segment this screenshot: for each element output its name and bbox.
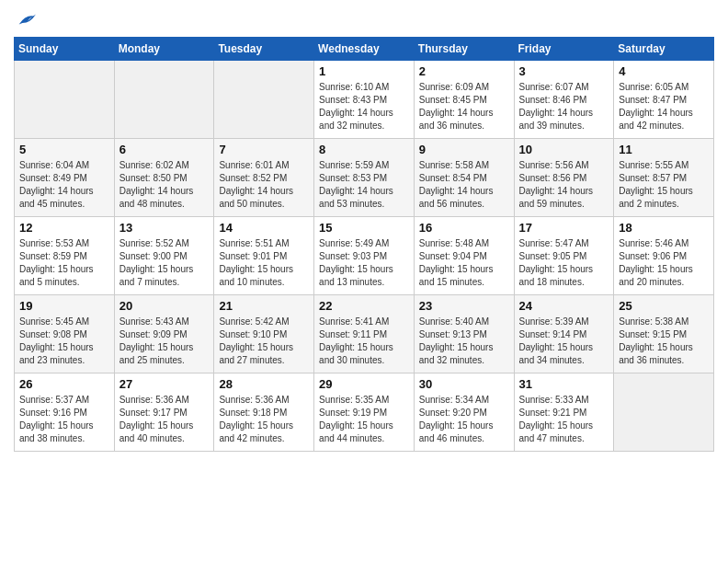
day-number: 31 <box>519 377 609 391</box>
day-detail: Sunrise: 5:58 AMSunset: 8:54 PMDaylight:… <box>419 159 509 211</box>
calendar-cell: 22Sunrise: 5:41 AMSunset: 9:11 PMDayligh… <box>314 295 415 373</box>
day-number: 10 <box>519 143 609 156</box>
weekday-header-row: SundayMondayTuesdayWednesdayThursdayFrid… <box>15 38 714 61</box>
day-number: 27 <box>119 377 210 391</box>
calendar-cell: 28Sunrise: 5:36 AMSunset: 9:18 PMDayligh… <box>214 373 314 452</box>
calendar-cell <box>114 61 214 139</box>
calendar-cell: 19Sunrise: 5:45 AMSunset: 9:08 PMDayligh… <box>15 295 115 373</box>
day-detail: Sunrise: 5:43 AMSunset: 9:09 PMDaylight:… <box>119 316 210 367</box>
day-number: 13 <box>119 221 210 235</box>
day-detail: Sunrise: 5:45 AMSunset: 9:08 PMDaylight:… <box>19 316 109 367</box>
day-detail: Sunrise: 6:04 AMSunset: 8:49 PMDaylight:… <box>19 159 109 211</box>
day-number: 24 <box>519 299 609 313</box>
calendar-cell: 3Sunrise: 6:07 AMSunset: 8:46 PMDaylight… <box>514 61 614 139</box>
day-number: 3 <box>519 64 609 78</box>
week-row-4: 19Sunrise: 5:45 AMSunset: 9:08 PMDayligh… <box>15 295 714 373</box>
calendar-cell <box>614 373 714 452</box>
day-detail: Sunrise: 5:56 AMSunset: 8:56 PMDaylight:… <box>519 159 609 211</box>
day-number: 1 <box>319 64 409 78</box>
header <box>14 9 714 29</box>
day-number: 30 <box>419 377 509 391</box>
calendar-cell: 25Sunrise: 5:38 AMSunset: 9:15 PMDayligh… <box>614 295 714 373</box>
day-number: 6 <box>119 143 210 156</box>
weekday-header-sunday: Sunday <box>15 38 115 61</box>
weekday-header-wednesday: Wednesday <box>314 38 415 61</box>
calendar-cell: 2Sunrise: 6:09 AMSunset: 8:45 PMDaylight… <box>414 61 514 139</box>
calendar-table: SundayMondayTuesdayWednesdayThursdayFrid… <box>14 37 714 452</box>
day-number: 20 <box>119 299 210 313</box>
weekday-header-friday: Friday <box>514 38 614 61</box>
day-number: 29 <box>319 377 409 391</box>
day-number: 19 <box>19 299 109 313</box>
day-detail: Sunrise: 5:49 AMSunset: 9:03 PMDaylight:… <box>319 237 409 289</box>
week-row-5: 26Sunrise: 5:37 AMSunset: 9:16 PMDayligh… <box>15 373 714 452</box>
day-detail: Sunrise: 5:37 AMSunset: 9:16 PMDaylight:… <box>19 394 109 445</box>
day-number: 23 <box>419 299 509 313</box>
calendar-cell: 24Sunrise: 5:39 AMSunset: 9:14 PMDayligh… <box>514 295 614 373</box>
calendar-cell: 1Sunrise: 6:10 AMSunset: 8:43 PMDaylight… <box>314 61 415 139</box>
calendar-cell: 20Sunrise: 5:43 AMSunset: 9:09 PMDayligh… <box>114 295 214 373</box>
calendar-cell: 18Sunrise: 5:46 AMSunset: 9:06 PMDayligh… <box>614 217 714 295</box>
day-detail: Sunrise: 6:09 AMSunset: 8:45 PMDaylight:… <box>419 81 509 132</box>
calendar-cell: 4Sunrise: 6:05 AMSunset: 8:47 PMDaylight… <box>614 61 714 139</box>
day-detail: Sunrise: 6:05 AMSunset: 8:47 PMDaylight:… <box>619 81 709 132</box>
calendar-cell: 6Sunrise: 6:02 AMSunset: 8:50 PMDaylight… <box>114 139 214 217</box>
day-detail: Sunrise: 5:33 AMSunset: 9:21 PMDaylight:… <box>519 394 609 445</box>
day-detail: Sunrise: 5:36 AMSunset: 9:18 PMDaylight:… <box>219 394 309 445</box>
logo <box>14 9 36 29</box>
day-number: 16 <box>419 221 509 235</box>
calendar-cell: 15Sunrise: 5:49 AMSunset: 9:03 PMDayligh… <box>314 217 415 295</box>
calendar-cell: 5Sunrise: 6:04 AMSunset: 8:49 PMDaylight… <box>15 139 115 217</box>
day-detail: Sunrise: 5:59 AMSunset: 8:53 PMDaylight:… <box>319 159 409 211</box>
calendar-cell: 12Sunrise: 5:53 AMSunset: 8:59 PMDayligh… <box>15 217 115 295</box>
day-number: 2 <box>419 64 509 78</box>
day-number: 21 <box>219 299 309 313</box>
day-number: 5 <box>19 143 109 156</box>
calendar-cell: 21Sunrise: 5:42 AMSunset: 9:10 PMDayligh… <box>214 295 314 373</box>
weekday-header-thursday: Thursday <box>414 38 514 61</box>
day-detail: Sunrise: 6:01 AMSunset: 8:52 PMDaylight:… <box>219 159 309 211</box>
day-detail: Sunrise: 6:10 AMSunset: 8:43 PMDaylight:… <box>319 81 409 132</box>
calendar-cell: 16Sunrise: 5:48 AMSunset: 9:04 PMDayligh… <box>414 217 514 295</box>
calendar-cell: 8Sunrise: 5:59 AMSunset: 8:53 PMDaylight… <box>314 139 415 217</box>
calendar-cell: 23Sunrise: 5:40 AMSunset: 9:13 PMDayligh… <box>414 295 514 373</box>
calendar-cell: 31Sunrise: 5:33 AMSunset: 9:21 PMDayligh… <box>514 373 614 452</box>
day-detail: Sunrise: 5:48 AMSunset: 9:04 PMDaylight:… <box>419 237 509 289</box>
day-detail: Sunrise: 5:36 AMSunset: 9:17 PMDaylight:… <box>119 394 210 445</box>
day-detail: Sunrise: 5:35 AMSunset: 9:19 PMDaylight:… <box>319 394 409 445</box>
weekday-header-monday: Monday <box>114 38 214 61</box>
week-row-1: 1Sunrise: 6:10 AMSunset: 8:43 PMDaylight… <box>15 61 714 139</box>
day-number: 26 <box>19 377 109 391</box>
logo-bird-icon <box>16 9 36 29</box>
week-row-2: 5Sunrise: 6:04 AMSunset: 8:49 PMDaylight… <box>15 139 714 217</box>
day-detail: Sunrise: 5:38 AMSunset: 9:15 PMDaylight:… <box>619 316 709 367</box>
calendar-cell: 7Sunrise: 6:01 AMSunset: 8:52 PMDaylight… <box>214 139 314 217</box>
day-number: 8 <box>319 143 409 156</box>
day-number: 17 <box>519 221 609 235</box>
day-detail: Sunrise: 5:39 AMSunset: 9:14 PMDaylight:… <box>519 316 609 367</box>
calendar-cell: 26Sunrise: 5:37 AMSunset: 9:16 PMDayligh… <box>15 373 115 452</box>
day-detail: Sunrise: 5:53 AMSunset: 8:59 PMDaylight:… <box>19 237 109 289</box>
calendar-cell: 29Sunrise: 5:35 AMSunset: 9:19 PMDayligh… <box>314 373 415 452</box>
calendar-cell: 17Sunrise: 5:47 AMSunset: 9:05 PMDayligh… <box>514 217 614 295</box>
calendar-cell: 11Sunrise: 5:55 AMSunset: 8:57 PMDayligh… <box>614 139 714 217</box>
calendar-cell: 13Sunrise: 5:52 AMSunset: 9:00 PMDayligh… <box>114 217 214 295</box>
page: SundayMondayTuesdayWednesdayThursdayFrid… <box>0 0 728 465</box>
day-detail: Sunrise: 5:52 AMSunset: 9:00 PMDaylight:… <box>119 237 210 289</box>
day-detail: Sunrise: 5:34 AMSunset: 9:20 PMDaylight:… <box>419 394 509 445</box>
day-detail: Sunrise: 6:02 AMSunset: 8:50 PMDaylight:… <box>119 159 210 211</box>
day-detail: Sunrise: 5:47 AMSunset: 9:05 PMDaylight:… <box>519 237 609 289</box>
day-number: 11 <box>619 143 709 156</box>
week-row-3: 12Sunrise: 5:53 AMSunset: 8:59 PMDayligh… <box>15 217 714 295</box>
day-number: 7 <box>219 143 309 156</box>
day-number: 14 <box>219 221 309 235</box>
calendar-cell: 10Sunrise: 5:56 AMSunset: 8:56 PMDayligh… <box>514 139 614 217</box>
calendar-cell: 9Sunrise: 5:58 AMSunset: 8:54 PMDaylight… <box>414 139 514 217</box>
day-detail: Sunrise: 6:07 AMSunset: 8:46 PMDaylight:… <box>519 81 609 132</box>
day-detail: Sunrise: 5:46 AMSunset: 9:06 PMDaylight:… <box>619 237 709 289</box>
calendar-cell: 30Sunrise: 5:34 AMSunset: 9:20 PMDayligh… <box>414 373 514 452</box>
day-detail: Sunrise: 5:42 AMSunset: 9:10 PMDaylight:… <box>219 316 309 367</box>
calendar-cell <box>15 61 115 139</box>
weekday-header-tuesday: Tuesday <box>214 38 314 61</box>
day-number: 22 <box>319 299 409 313</box>
